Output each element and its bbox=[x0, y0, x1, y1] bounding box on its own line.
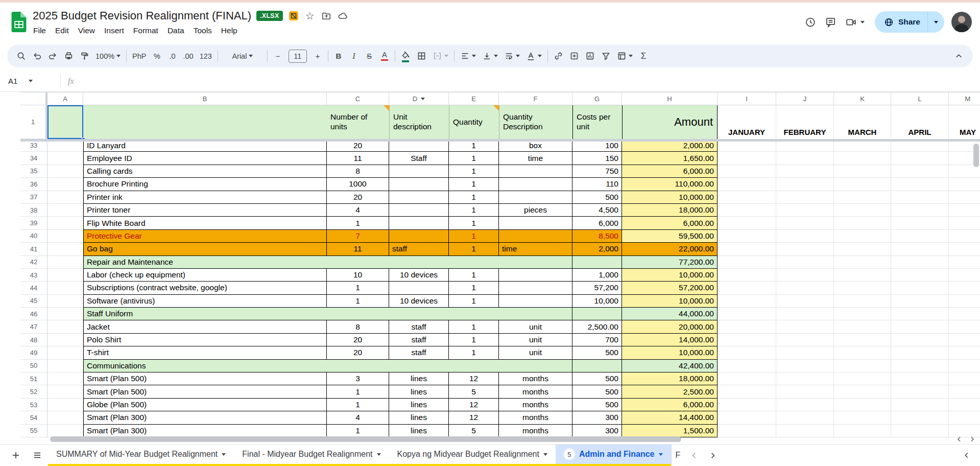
redo-button[interactable] bbox=[45, 48, 61, 64]
row-header-36[interactable]: 36 bbox=[20, 178, 47, 191]
cell-K40[interactable] bbox=[834, 230, 891, 243]
cell-I55[interactable] bbox=[718, 425, 776, 437]
cell-J38[interactable] bbox=[776, 204, 834, 217]
cell-B48[interactable]: Polo Shirt bbox=[83, 334, 327, 346]
cell-M53[interactable] bbox=[949, 399, 980, 411]
cell-F43[interactable] bbox=[499, 269, 572, 282]
cell-F47[interactable]: unit bbox=[499, 320, 572, 333]
history-icon[interactable] bbox=[804, 15, 817, 29]
cell-B45[interactable]: Software (antivirus) bbox=[83, 295, 327, 308]
cell-I47[interactable] bbox=[718, 320, 776, 333]
cell-A42[interactable] bbox=[47, 256, 83, 269]
cell-I46[interactable] bbox=[718, 308, 776, 320]
paint-format-button[interactable] bbox=[77, 48, 92, 64]
cell-B49[interactable]: T-shirt bbox=[83, 346, 327, 359]
cell-E49[interactable]: 1 bbox=[449, 346, 499, 359]
cloud-status-icon[interactable] bbox=[337, 10, 348, 21]
cell-E39[interactable]: 1 bbox=[449, 217, 499, 229]
cell-D1[interactable]: Unit description bbox=[389, 105, 449, 139]
cell-C52[interactable]: 1 bbox=[327, 385, 389, 398]
scroll-tabs-right-icon[interactable] bbox=[705, 445, 721, 466]
cell-C55[interactable]: 1 bbox=[327, 425, 389, 437]
column-header-E[interactable]: E bbox=[449, 92, 499, 105]
cell-K39[interactable] bbox=[834, 217, 891, 229]
vertical-align-button[interactable] bbox=[479, 48, 501, 64]
cell-L39[interactable] bbox=[891, 217, 949, 229]
cell-H49[interactable]: 10,000.00 bbox=[622, 346, 718, 359]
cell-H53[interactable]: 6,000.00 bbox=[622, 399, 718, 411]
cell-C36[interactable]: 1000 bbox=[327, 178, 389, 191]
cell-E35[interactable]: 1 bbox=[449, 165, 499, 178]
office-compat-icon[interactable] bbox=[288, 10, 299, 21]
comments-icon[interactable] bbox=[824, 15, 838, 29]
sheet-grid[interactable]: ABCDEFGHIJKLM1Number of unitsUnit descri… bbox=[0, 92, 980, 444]
sheet-tab-4[interactable]: F bbox=[671, 445, 683, 466]
cell-D51[interactable]: lines bbox=[389, 372, 449, 385]
cell-H35[interactable]: 6,000.00 bbox=[622, 165, 718, 178]
select-all-corner[interactable] bbox=[20, 92, 47, 105]
cell-A40[interactable] bbox=[47, 230, 83, 243]
cell-B51[interactable]: Smart (Plan 500) bbox=[83, 372, 327, 385]
search-button[interactable] bbox=[13, 48, 29, 64]
cell-I41[interactable] bbox=[718, 243, 776, 255]
column-header-L[interactable]: L bbox=[891, 92, 949, 105]
cell-E41[interactable]: 1 bbox=[449, 243, 499, 255]
cell-C53[interactable]: 1 bbox=[327, 399, 389, 411]
cell-C41[interactable]: 11 bbox=[327, 243, 389, 255]
row-header-1[interactable]: 1 bbox=[20, 105, 47, 139]
cell-D40[interactable] bbox=[389, 230, 449, 243]
cell-D48[interactable]: staff bbox=[389, 334, 449, 346]
cell-K51[interactable] bbox=[834, 372, 891, 385]
cell-C51[interactable]: 3 bbox=[327, 372, 389, 385]
cell-F52[interactable]: months bbox=[499, 385, 572, 398]
cell-M39[interactable] bbox=[949, 217, 980, 229]
cell-K46[interactable] bbox=[834, 308, 891, 320]
cell-L41[interactable] bbox=[891, 243, 949, 255]
borders-button[interactable] bbox=[414, 48, 429, 64]
move-folder-icon[interactable] bbox=[321, 10, 332, 21]
cell-L43[interactable] bbox=[891, 269, 949, 282]
cell-G41[interactable]: 2,000 bbox=[572, 243, 622, 255]
cell-J39[interactable] bbox=[776, 217, 834, 229]
cell-F41[interactable]: time bbox=[499, 243, 572, 255]
cell-M47[interactable] bbox=[949, 320, 980, 333]
cell-I36[interactable] bbox=[718, 178, 776, 191]
cell-I43[interactable] bbox=[718, 269, 776, 282]
cell-J51[interactable] bbox=[776, 372, 834, 385]
insert-link-button[interactable] bbox=[551, 48, 566, 64]
column-header-F[interactable]: F bbox=[499, 92, 572, 105]
cell-H50[interactable]: 42,400.00 bbox=[622, 360, 718, 372]
vertical-scrollbar-thumb[interactable] bbox=[973, 144, 979, 167]
table-views-button[interactable] bbox=[614, 48, 636, 64]
cell-M42[interactable] bbox=[949, 256, 980, 269]
column-header-D[interactable]: D bbox=[389, 92, 449, 105]
cell-L55[interactable] bbox=[891, 425, 949, 437]
cell-I38[interactable] bbox=[718, 204, 776, 217]
decrease-font-size-button[interactable]: − bbox=[270, 48, 285, 64]
cell-M49[interactable] bbox=[949, 346, 980, 359]
cell-D45[interactable]: 10 devices bbox=[389, 295, 449, 308]
cell-E37[interactable]: 1 bbox=[449, 191, 499, 204]
row-header-48[interactable]: 48 bbox=[20, 334, 47, 346]
cell-B42[interactable]: Repair and Maintenance bbox=[83, 256, 572, 269]
cell-K36[interactable] bbox=[834, 178, 891, 191]
cell-G42[interactable] bbox=[572, 256, 622, 269]
cell-C1[interactable]: Number of units bbox=[327, 105, 389, 139]
cell-I52[interactable] bbox=[718, 385, 776, 398]
cell-C49[interactable]: 20 bbox=[327, 346, 389, 359]
cell-K54[interactable] bbox=[834, 411, 891, 424]
increase-decimals-button[interactable]: .00 bbox=[180, 48, 197, 64]
row-header-45[interactable]: 45 bbox=[20, 295, 47, 308]
cell-B46[interactable]: Staff Uniform bbox=[83, 308, 572, 320]
cell-J46[interactable] bbox=[776, 308, 834, 320]
menu-view[interactable]: View bbox=[74, 25, 100, 37]
row-header-42[interactable]: 42 bbox=[20, 256, 47, 269]
cell-M54[interactable] bbox=[949, 411, 980, 424]
cell-E55[interactable]: 5 bbox=[449, 425, 499, 437]
cell-D52[interactable]: lines bbox=[389, 385, 449, 398]
cell-K43[interactable] bbox=[834, 269, 891, 282]
cell-A46[interactable] bbox=[47, 308, 83, 320]
cell-K37[interactable] bbox=[834, 191, 891, 204]
cell-name-box[interactable]: A1 bbox=[0, 77, 60, 85]
cell-I34[interactable] bbox=[718, 152, 776, 165]
